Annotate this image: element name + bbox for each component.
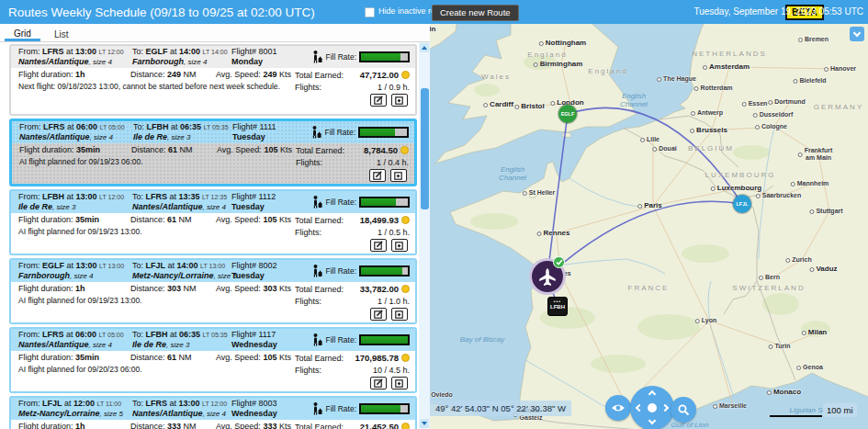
route-fill-rate: Fill Rate: <box>298 261 410 281</box>
current-datetime: Tuesday, September 19, 2023 05:53 UTC <box>693 6 863 17</box>
flights-count: 1 / 0.9 h. <box>378 82 410 93</box>
create-new-route-button[interactable]: Create new Route <box>432 5 519 21</box>
window-header: Routes Weekly Schedule (09/18 to 09/25 a… <box>0 0 868 24</box>
total-earned-value: 8,784.50 <box>364 145 409 156</box>
total-earned-value: 21,452.50 <box>360 422 410 429</box>
total-earned-value: 170,985.78 <box>355 353 410 364</box>
route-flight-number: Flight# 1112Tuesday <box>231 192 298 212</box>
route-note: AI flight planned for 09/19/23 13:00. <box>18 226 295 238</box>
airport-marker-lfjl[interactable]: LFJL <box>733 195 751 213</box>
edit-route-button[interactable] <box>370 308 387 321</box>
map-collapse-button[interactable] <box>850 27 864 41</box>
duplicate-icon <box>394 171 403 180</box>
duplicate-route-button[interactable] <box>391 308 408 321</box>
scale-bar <box>770 415 822 417</box>
route-to: To: LFBH at 06:35 LT 05:35 Ile de Re, si… <box>132 330 231 350</box>
duplicate-route-button[interactable] <box>391 94 408 107</box>
cursor-coordinates: 49° 42' 54.03" N 05° 22' 30.38" W <box>430 401 571 416</box>
route-to: To: LFJL at 14:00 LT 13:00 Metz-Nancy/Lo… <box>132 261 231 281</box>
edit-icon <box>374 96 383 105</box>
edit-route-button[interactable] <box>370 377 387 389</box>
route-card[interactable]: From: LFRS at 06:00 LT 05:00 Nantes/Atla… <box>9 327 417 393</box>
airplane-icon <box>537 266 558 287</box>
tab-list[interactable]: List <box>45 27 78 41</box>
routes-weekly-schedule-window: Routes Weekly Schedule (09/18 to 09/25 a… <box>0 0 868 429</box>
airport-marker-lfbh[interactable]: •••LFBH <box>547 297 568 316</box>
duplicate-icon <box>395 96 404 105</box>
total-earned-value: 33,782.00 <box>360 284 410 295</box>
route-note: AI flight planned for 09/19/23 06:00. <box>19 156 296 168</box>
pan-up-icon <box>648 390 656 398</box>
scrollbar-thumb[interactable] <box>421 88 429 209</box>
duplicate-icon <box>395 241 404 250</box>
map-zoom-button[interactable] <box>671 397 696 423</box>
fill-rate-bar <box>359 403 410 414</box>
route-from: From: LFRS at 06:00 LT 05:00 Nantes/Atla… <box>19 122 133 142</box>
route-fill-rate: Fill Rate: <box>298 330 410 350</box>
passenger-icon <box>311 333 322 346</box>
route-fill-rate: Fill Rate: <box>299 122 409 142</box>
coin-icon <box>400 146 409 154</box>
route-flight-number: Flight# 8001Monday <box>231 47 298 67</box>
duplicate-route-button[interactable] <box>390 169 407 182</box>
scale-label: 100 mi <box>823 403 857 417</box>
hide-inactive-checkbox[interactable] <box>365 7 375 17</box>
scroll-down-button[interactable] <box>420 419 429 428</box>
route-note: AI flight planned for 09/19/23 13:00. <box>18 295 295 307</box>
aircraft-marker-lfrs[interactable] <box>529 258 566 295</box>
edit-icon <box>374 378 383 388</box>
fill-rate-bar <box>358 127 409 138</box>
passenger-icon <box>311 51 322 63</box>
flights-count: 1 / 0.4 h. <box>377 157 409 168</box>
route-card[interactable]: From: EGLF at 13:00 LT 13:00 Farnborough… <box>9 258 417 324</box>
route-card[interactable]: From: LFRS at 13:00 LT 12:00 Nantes/Atla… <box>9 44 417 116</box>
route-fill-rate: Fill Rate: <box>298 192 410 212</box>
chevron-down-icon <box>853 28 861 36</box>
route-note: AI flight planned for 09/20/23 06:00. <box>18 364 295 376</box>
tab-grid[interactable]: Grid <box>5 26 40 41</box>
edit-route-button[interactable] <box>370 94 387 107</box>
pan-center-dot <box>648 403 657 412</box>
duplicate-route-button[interactable] <box>391 377 408 389</box>
route-to: To: LFRS at 13:00 LT 12:00 Nantes/Atlant… <box>132 399 231 419</box>
magnifier-icon <box>677 403 690 416</box>
route-to: To: EGLF at 14:00 LT 14:00 Farnborough, … <box>132 47 231 67</box>
map-pan-control[interactable] <box>630 386 674 429</box>
edit-route-button[interactable] <box>369 169 386 182</box>
duplicate-route-button[interactable] <box>391 239 408 252</box>
check-badge-icon <box>553 256 565 268</box>
page-title: Routes Weekly Schedule (09/18 to 09/25 a… <box>0 6 315 19</box>
route-card[interactable]: From: LFBH at 13:00 LT 12:00 Ile de Re, … <box>9 189 417 255</box>
map[interactable]: DublinNottinghamBirminghamCardiffBristol… <box>430 24 868 429</box>
passenger-icon <box>310 126 321 139</box>
edit-icon <box>374 241 383 250</box>
route-from: From: LFRS at 06:00 LT 05:00 Nantes/Atla… <box>18 330 132 350</box>
flights-count: 10 / 4.5 h. <box>373 365 410 376</box>
fill-rate-bar <box>359 197 410 208</box>
route-fill-rate: Fill Rate: <box>298 47 410 67</box>
edit-icon <box>373 171 382 180</box>
map-canvas <box>430 24 868 429</box>
route-card[interactable]: From: LFRS at 06:00 LT 05:00 Nantes/Atla… <box>9 119 417 186</box>
route-flight-number: Flight# 1111Tuesday <box>232 122 299 142</box>
edit-icon <box>374 310 383 319</box>
route-card[interactable]: From: LFJL at 12:00 LT 11:00 Metz-Nancy/… <box>9 396 417 429</box>
route-to: To: LFBH at 06:35 LT 05:35 Ile de Re, si… <box>133 122 232 142</box>
route-to: To: LFRS at 13:35 LT 12:35 Nantes/Atlant… <box>132 192 231 212</box>
flights-count: 1 / 0.5 h. <box>378 227 410 238</box>
scroll-up-button[interactable] <box>420 43 429 52</box>
route-from: From: LFRS at 13:00 LT 12:00 Nantes/Atla… <box>18 47 132 67</box>
route-cards: From: LFRS at 13:00 LT 12:00 Nantes/Atla… <box>0 42 419 429</box>
route-note: Next flight: 09/18/2023 13:00, cannot be… <box>18 81 295 93</box>
fill-rate-bar <box>359 51 410 62</box>
route-flight-number: Flight# 1117Wednesday <box>231 330 298 350</box>
route-flight-number: Flight# 8002Tuesday <box>231 261 298 281</box>
pan-right-icon <box>661 404 669 412</box>
eye-icon <box>611 402 626 413</box>
edit-route-button[interactable] <box>370 239 387 252</box>
airport-marker-eglf[interactable]: EGLF <box>558 105 577 123</box>
duplicate-icon <box>395 310 404 319</box>
pan-left-icon <box>636 404 643 412</box>
route-list-scrollbar[interactable] <box>419 42 430 429</box>
streetview-eye-button[interactable] <box>605 395 631 421</box>
